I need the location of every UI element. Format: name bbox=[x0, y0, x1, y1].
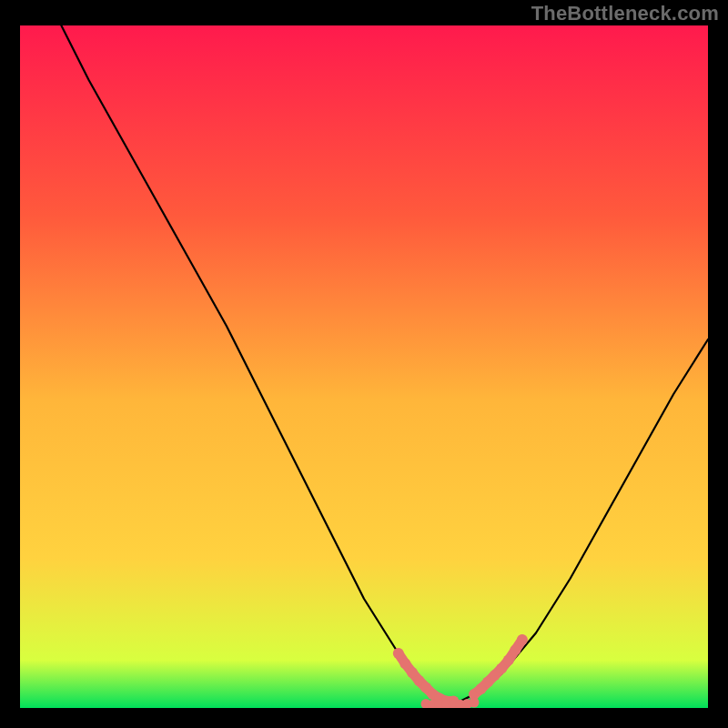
bead bbox=[399, 658, 410, 669]
plot-svg bbox=[20, 25, 708, 708]
watermark-text: TheBottleneck.com bbox=[531, 2, 719, 25]
dot bbox=[469, 698, 479, 708]
bead bbox=[517, 634, 528, 645]
bead bbox=[393, 648, 404, 659]
gradient-bg bbox=[20, 25, 708, 708]
chart-container: TheBottleneck.com bbox=[0, 0, 728, 728]
bead bbox=[503, 655, 514, 666]
plot-area bbox=[20, 25, 708, 708]
bead bbox=[510, 644, 521, 655]
